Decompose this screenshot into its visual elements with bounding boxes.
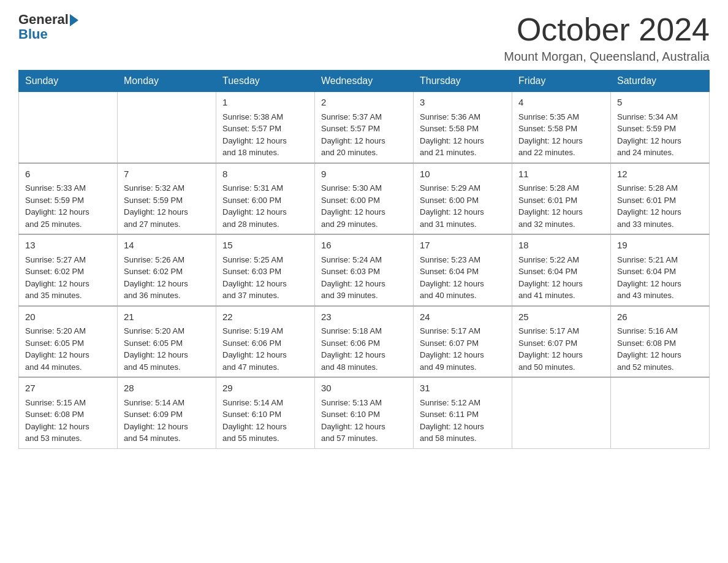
calendar-header-row: Sunday Monday Tuesday Wednesday Thursday…	[19, 71, 710, 92]
table-row: 30Sunrise: 5:13 AM Sunset: 6:10 PM Dayli…	[315, 377, 414, 448]
calendar-week-row: 6Sunrise: 5:33 AM Sunset: 5:59 PM Daylig…	[19, 163, 710, 235]
day-number: 8	[222, 167, 308, 182]
day-info: Sunrise: 5:31 AM Sunset: 6:00 PM Dayligh…	[222, 182, 308, 230]
day-info: Sunrise: 5:32 AM Sunset: 5:59 PM Dayligh…	[124, 182, 210, 230]
table-row: 9Sunrise: 5:30 AM Sunset: 6:00 PM Daylig…	[315, 163, 414, 235]
table-row: 7Sunrise: 5:32 AM Sunset: 5:59 PM Daylig…	[118, 163, 216, 235]
table-row: 19Sunrise: 5:21 AM Sunset: 6:04 PM Dayli…	[611, 234, 710, 306]
day-info: Sunrise: 5:24 AM Sunset: 6:03 PM Dayligh…	[321, 254, 407, 302]
day-number: 2	[321, 96, 407, 110]
day-info: Sunrise: 5:38 AM Sunset: 5:57 PM Dayligh…	[222, 111, 308, 159]
day-number: 10	[420, 167, 506, 182]
logo: General Blue	[18, 12, 78, 42]
day-number: 18	[518, 239, 604, 253]
calendar-week-row: 1Sunrise: 5:38 AM Sunset: 5:57 PM Daylig…	[19, 92, 710, 163]
day-number: 16	[321, 239, 407, 253]
day-info: Sunrise: 5:27 AM Sunset: 6:02 PM Dayligh…	[25, 254, 111, 302]
table-row: 18Sunrise: 5:22 AM Sunset: 6:04 PM Dayli…	[512, 234, 611, 306]
day-number: 11	[518, 167, 604, 182]
header-monday: Monday	[118, 71, 216, 92]
day-info: Sunrise: 5:17 AM Sunset: 6:07 PM Dayligh…	[518, 325, 604, 373]
calendar-week-row: 20Sunrise: 5:20 AM Sunset: 6:05 PM Dayli…	[19, 306, 710, 378]
table-row	[19, 92, 118, 163]
day-info: Sunrise: 5:28 AM Sunset: 6:01 PM Dayligh…	[617, 182, 703, 230]
page-header: General Blue October 2024 Mount Morgan, …	[18, 12, 710, 64]
table-row: 1Sunrise: 5:38 AM Sunset: 5:57 PM Daylig…	[216, 92, 315, 163]
header-tuesday: Tuesday	[216, 71, 315, 92]
day-info: Sunrise: 5:36 AM Sunset: 5:58 PM Dayligh…	[420, 111, 506, 159]
logo-blue-text: Blue	[18, 27, 78, 42]
day-number: 31	[420, 381, 506, 396]
location-subtitle: Mount Morgan, Queensland, Australia	[504, 50, 710, 64]
calendar-week-row: 13Sunrise: 5:27 AM Sunset: 6:02 PM Dayli…	[19, 234, 710, 306]
logo-general-text: General	[18, 12, 69, 27]
day-number: 23	[321, 310, 407, 324]
day-number: 26	[617, 310, 703, 324]
day-info: Sunrise: 5:30 AM Sunset: 6:00 PM Dayligh…	[321, 182, 407, 230]
day-number: 25	[518, 310, 604, 324]
day-number: 24	[420, 310, 506, 324]
calendar-table: Sunday Monday Tuesday Wednesday Thursday…	[18, 70, 710, 449]
day-number: 12	[617, 167, 703, 182]
table-row: 12Sunrise: 5:28 AM Sunset: 6:01 PM Dayli…	[611, 163, 710, 235]
day-number: 19	[617, 239, 703, 253]
table-row: 31Sunrise: 5:12 AM Sunset: 6:11 PM Dayli…	[414, 377, 512, 448]
day-number: 6	[25, 167, 111, 182]
table-row: 10Sunrise: 5:29 AM Sunset: 6:00 PM Dayli…	[414, 163, 512, 235]
day-info: Sunrise: 5:37 AM Sunset: 5:57 PM Dayligh…	[321, 111, 407, 159]
day-number: 1	[222, 96, 308, 110]
table-row: 17Sunrise: 5:23 AM Sunset: 6:04 PM Dayli…	[414, 234, 512, 306]
day-info: Sunrise: 5:18 AM Sunset: 6:06 PM Dayligh…	[321, 325, 407, 373]
day-info: Sunrise: 5:13 AM Sunset: 6:10 PM Dayligh…	[321, 397, 407, 445]
table-row: 8Sunrise: 5:31 AM Sunset: 6:00 PM Daylig…	[216, 163, 315, 235]
table-row: 14Sunrise: 5:26 AM Sunset: 6:02 PM Dayli…	[118, 234, 216, 306]
day-info: Sunrise: 5:33 AM Sunset: 5:59 PM Dayligh…	[25, 182, 111, 230]
table-row: 26Sunrise: 5:16 AM Sunset: 6:08 PM Dayli…	[611, 306, 710, 378]
title-section: October 2024 Mount Morgan, Queensland, A…	[504, 12, 710, 64]
day-number: 14	[124, 239, 210, 253]
day-number: 21	[124, 310, 210, 324]
day-number: 29	[222, 381, 308, 396]
day-info: Sunrise: 5:12 AM Sunset: 6:11 PM Dayligh…	[420, 397, 506, 445]
table-row: 3Sunrise: 5:36 AM Sunset: 5:58 PM Daylig…	[414, 92, 512, 163]
logo-arrow-icon	[70, 14, 78, 26]
table-row: 20Sunrise: 5:20 AM Sunset: 6:05 PM Dayli…	[19, 306, 118, 378]
day-info: Sunrise: 5:28 AM Sunset: 6:01 PM Dayligh…	[518, 182, 604, 230]
table-row: 16Sunrise: 5:24 AM Sunset: 6:03 PM Dayli…	[315, 234, 414, 306]
day-info: Sunrise: 5:22 AM Sunset: 6:04 PM Dayligh…	[518, 254, 604, 302]
header-wednesday: Wednesday	[315, 71, 414, 92]
day-info: Sunrise: 5:34 AM Sunset: 5:59 PM Dayligh…	[617, 111, 703, 159]
table-row: 22Sunrise: 5:19 AM Sunset: 6:06 PM Dayli…	[216, 306, 315, 378]
day-info: Sunrise: 5:14 AM Sunset: 6:09 PM Dayligh…	[124, 397, 210, 445]
header-sunday: Sunday	[19, 71, 118, 92]
table-row: 15Sunrise: 5:25 AM Sunset: 6:03 PM Dayli…	[216, 234, 315, 306]
table-row: 25Sunrise: 5:17 AM Sunset: 6:07 PM Dayli…	[512, 306, 611, 378]
table-row: 6Sunrise: 5:33 AM Sunset: 5:59 PM Daylig…	[19, 163, 118, 235]
header-saturday: Saturday	[611, 71, 710, 92]
day-info: Sunrise: 5:20 AM Sunset: 6:05 PM Dayligh…	[25, 325, 111, 373]
table-row: 4Sunrise: 5:35 AM Sunset: 5:58 PM Daylig…	[512, 92, 611, 163]
day-info: Sunrise: 5:25 AM Sunset: 6:03 PM Dayligh…	[222, 254, 308, 302]
header-thursday: Thursday	[414, 71, 512, 92]
table-row: 11Sunrise: 5:28 AM Sunset: 6:01 PM Dayli…	[512, 163, 611, 235]
table-row: 21Sunrise: 5:20 AM Sunset: 6:05 PM Dayli…	[118, 306, 216, 378]
day-number: 22	[222, 310, 308, 324]
day-info: Sunrise: 5:15 AM Sunset: 6:08 PM Dayligh…	[25, 397, 111, 445]
calendar-week-row: 27Sunrise: 5:15 AM Sunset: 6:08 PM Dayli…	[19, 377, 710, 448]
day-info: Sunrise: 5:14 AM Sunset: 6:10 PM Dayligh…	[222, 397, 308, 445]
table-row: 24Sunrise: 5:17 AM Sunset: 6:07 PM Dayli…	[414, 306, 512, 378]
day-number: 17	[420, 239, 506, 253]
table-row	[512, 377, 611, 448]
day-info: Sunrise: 5:16 AM Sunset: 6:08 PM Dayligh…	[617, 325, 703, 373]
day-number: 5	[617, 96, 703, 110]
day-number: 3	[420, 96, 506, 110]
day-number: 28	[124, 381, 210, 396]
day-info: Sunrise: 5:17 AM Sunset: 6:07 PM Dayligh…	[420, 325, 506, 373]
day-number: 13	[25, 239, 111, 253]
table-row	[611, 377, 710, 448]
table-row: 29Sunrise: 5:14 AM Sunset: 6:10 PM Dayli…	[216, 377, 315, 448]
table-row	[118, 92, 216, 163]
table-row: 27Sunrise: 5:15 AM Sunset: 6:08 PM Dayli…	[19, 377, 118, 448]
day-number: 15	[222, 239, 308, 253]
table-row: 13Sunrise: 5:27 AM Sunset: 6:02 PM Dayli…	[19, 234, 118, 306]
